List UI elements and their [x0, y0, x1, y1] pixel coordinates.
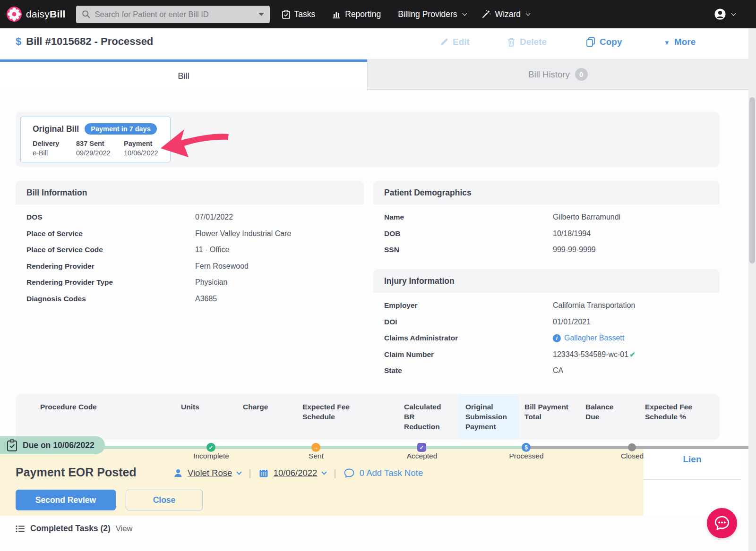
close-button[interactable]: Close: [126, 490, 203, 510]
payment-column: Payment 10/06/2022: [124, 139, 158, 158]
tab-bill-history-label: Bill History: [528, 69, 569, 80]
user-avatar-icon: [714, 8, 726, 20]
page-title-text: Bill #1015682 - Processed: [26, 35, 153, 48]
bill-information-body: DOS07/01/2022 Place of ServiceFlower Val…: [16, 209, 364, 307]
info-row: Rendering Provider TypePhysician: [16, 274, 364, 291]
tab-bill-history[interactable]: Bill History 0: [367, 59, 748, 90]
original-bill-card[interactable]: Original Bill Payment in 7 days Delivery…: [20, 117, 171, 162]
column-header: Balance Due: [585, 402, 626, 422]
delete-button[interactable]: Delete: [507, 37, 547, 47]
pencil-icon: [439, 38, 448, 47]
column-header: Calculated BR Reduction: [404, 402, 451, 432]
nav-wizard-label: Wizard: [495, 9, 521, 19]
nav-wizard[interactable]: Wizard: [481, 9, 530, 19]
tab-bill[interactable]: Bill: [0, 59, 367, 90]
second-review-button[interactable]: Second Review: [16, 490, 116, 510]
patient-demographics-title: Patient Demographics: [384, 188, 472, 198]
copy-label: Copy: [600, 37, 622, 47]
due-clipboard-icon: [7, 439, 17, 452]
column-header: Expected Fee Schedule: [302, 402, 361, 422]
chevron-down-icon[interactable]: [322, 469, 327, 475]
search-icon: [82, 10, 90, 18]
patient-demographics-header: Patient Demographics: [373, 181, 720, 204]
payment-label: Payment: [124, 139, 158, 148]
info-row: Diagnosis CodesA3685: [16, 291, 364, 307]
search-dropdown-caret-icon[interactable]: [258, 13, 264, 16]
nav-tasks-label: Tasks: [294, 9, 316, 19]
page-title: $ Bill #1015682 - Processed: [16, 35, 153, 48]
completed-tasks-label: Completed Tasks (2): [30, 524, 111, 534]
nav-billing-providers-label: Billing Providers: [398, 9, 457, 19]
delivery-column: Delivery e-Bill: [33, 139, 76, 158]
injury-information-header: Injury Information: [373, 269, 720, 293]
timeline-step-label: Incomplete: [193, 452, 229, 460]
column-header: Procedure Code: [40, 402, 97, 412]
bill-information-title: Bill Information: [26, 188, 87, 198]
bill-detail-page: daisyBill Tasks Re: [0, 0, 756, 551]
lien-link[interactable]: Lien: [644, 454, 741, 465]
injury-information-title: Injury Information: [384, 276, 455, 286]
search-input[interactable]: [95, 10, 254, 19]
divider: |: [249, 467, 251, 479]
bill-information-header: Bill Information: [16, 181, 364, 204]
task-meta-row: Violet Rose | 10/06/2022 | 0 Add Task No…: [174, 467, 423, 479]
column-header: Charge: [243, 402, 268, 412]
info-row: Place of ServiceFlower Valley Industrial…: [16, 226, 364, 242]
user-menu[interactable]: [714, 8, 735, 20]
trash-icon: [507, 37, 515, 47]
calendar-icon: [259, 468, 268, 478]
verified-check-icon: ✔: [629, 350, 636, 359]
info-row: StateCA: [373, 363, 720, 379]
due-date-text: Due on 10/06/2022: [23, 441, 94, 450]
task-date-link[interactable]: 10/06/2022: [274, 468, 318, 478]
support-chat-button[interactable]: [707, 508, 737, 538]
task-title: Payment EOR Posted: [16, 466, 137, 479]
processed-dollar-icon: $: [522, 443, 531, 452]
payment-days-badge: Payment in 7 days: [85, 123, 157, 135]
timeline-step-label: Accepted: [407, 452, 438, 460]
scrollbar-track[interactable]: [748, 28, 756, 551]
timeline-step-label: Closed: [621, 452, 644, 460]
timeline-step-label: Processed: [509, 452, 543, 460]
chevron-down-icon: [526, 11, 531, 16]
nav-billing-providers[interactable]: Billing Providers: [398, 9, 466, 19]
info-row: DOI01/01/2021: [373, 314, 720, 331]
column-header: Units: [181, 402, 199, 412]
sent-arrow-icon: →: [311, 443, 320, 452]
nav-reporting-label: Reporting: [345, 9, 381, 19]
more-dropdown-icon: ▼: [664, 39, 670, 46]
edit-button[interactable]: Edit: [439, 37, 470, 47]
original-bill-title: Original Bill: [33, 124, 79, 134]
more-label: More: [674, 37, 696, 47]
nav-tasks[interactable]: Tasks: [282, 9, 316, 19]
info-icon: i: [553, 334, 561, 342]
due-date-badge: Due on 10/06/2022: [0, 436, 105, 454]
more-button[interactable]: ▼ More: [664, 37, 696, 47]
copy-button[interactable]: Copy: [586, 37, 622, 47]
info-row: EmployerCalifornia Transportation: [373, 297, 720, 314]
closed-dot-icon: [628, 443, 636, 451]
accepted-check-icon: ✓: [417, 443, 426, 452]
nav-reporting[interactable]: Reporting: [332, 9, 381, 19]
assignee-person-icon: [174, 469, 182, 477]
claim-number-value: 123343-534589-wc-01: [553, 350, 628, 359]
assignee-link[interactable]: Violet Rose: [188, 468, 232, 478]
info-row: Claims Administrator i Gallagher Bassett: [373, 330, 720, 347]
info-row: DOB10/18/1994: [373, 226, 720, 242]
lien-panel: Lien: [644, 449, 741, 516]
scrollbar-thumb[interactable]: [749, 97, 755, 263]
divider: [644, 479, 741, 480]
completed-tasks-view-link[interactable]: View: [116, 524, 132, 533]
sent-column: 837 Sent 09/29/2022: [76, 139, 124, 158]
injury-information-body: EmployerCalifornia Transportation DOI01/…: [373, 297, 720, 379]
chevron-down-icon[interactable]: [237, 469, 242, 475]
delivery-label: Delivery: [33, 139, 76, 148]
claims-administrator-link[interactable]: Gallagher Bassett: [564, 334, 624, 342]
bill-dollar-icon: $: [16, 35, 21, 48]
add-task-note-link[interactable]: 0 Add Task Note: [360, 468, 423, 478]
edit-label: Edit: [453, 37, 470, 47]
daisybill-logo[interactable]: daisyBill: [7, 7, 66, 22]
copy-icon: [586, 37, 595, 47]
chat-bubble-icon: [713, 515, 730, 531]
brand-name: daisyBill: [26, 8, 66, 20]
